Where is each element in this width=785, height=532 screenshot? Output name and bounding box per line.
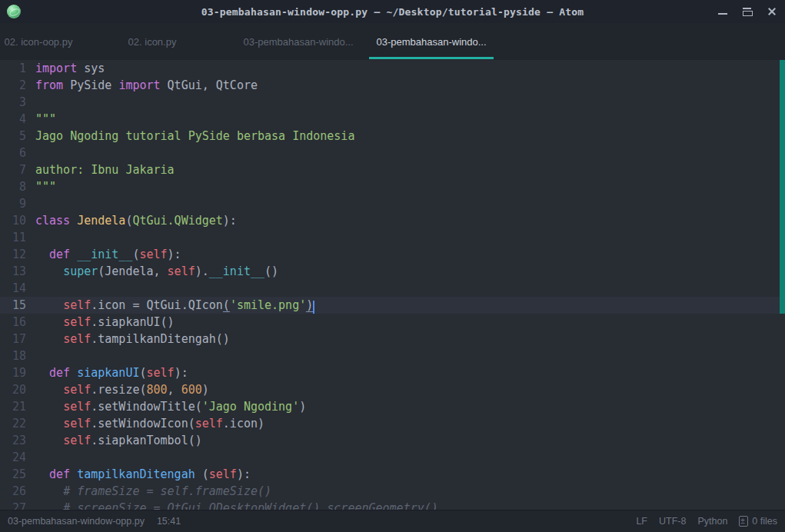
- code-line[interactable]: 9: [0, 195, 785, 212]
- line-number: 25: [0, 466, 26, 483]
- code-line[interactable]: 4""": [0, 111, 785, 128]
- tab-2[interactable]: 02. icon.py: [77, 23, 228, 60]
- tab-4[interactable]: 03-pembahasan-windo...: [369, 23, 494, 60]
- line-number: 4: [0, 111, 26, 128]
- code-line-text: # screenSize = QtGui.QDesktopWidget().sc…: [35, 500, 438, 510]
- vertical-scrollbar[interactable]: [780, 60, 785, 314]
- code-line[interactable]: 6: [0, 145, 785, 161]
- code-line[interactable]: 19 def siapkanUI(self):: [0, 364, 785, 381]
- tab-3[interactable]: 03-pembahasan-windo...: [228, 23, 369, 60]
- code-line-text: author: Ibnu Jakaria: [35, 161, 175, 178]
- code-line[interactable]: 14: [0, 280, 785, 297]
- line-number: 3: [0, 94, 26, 111]
- line-number: 6: [0, 145, 26, 161]
- code-line-text: def siapkanUI(self):: [35, 364, 188, 381]
- status-line-ending[interactable]: LF: [636, 516, 647, 527]
- code-line[interactable]: 15 self.icon = QtGui.QIcon('smile.png'): [0, 297, 785, 314]
- status-encoding[interactable]: UTF-8: [659, 516, 686, 527]
- line-number: 5: [0, 128, 26, 145]
- code-line-text: self.setWindowTitle('Jago Ngoding'): [35, 398, 306, 415]
- title-bar: 03-pembahasan-window-opp.py — ~/Desktop/…: [0, 0, 785, 23]
- tab-label: 02. icon-oop.py: [5, 36, 73, 48]
- line-number: 18: [0, 347, 26, 364]
- code-line[interactable]: 11: [0, 229, 785, 246]
- text-cursor: [313, 301, 314, 314]
- status-language[interactable]: Python: [697, 516, 727, 527]
- code-line-text: self.resize(800, 600): [35, 381, 209, 398]
- line-number: 15: [0, 297, 26, 314]
- code-line[interactable]: 20 self.resize(800, 600): [0, 381, 785, 398]
- code-line[interactable]: 7author: Ibnu Jakaria: [0, 161, 785, 178]
- code-line[interactable]: 24: [0, 449, 785, 466]
- code-line[interactable]: 16 self.siapkanUI(): [0, 314, 785, 331]
- code-line[interactable]: 5Jago Ngoding tutorial PySide berbasa In…: [0, 128, 785, 145]
- code-line[interactable]: 18: [0, 347, 785, 364]
- code-line[interactable]: 10class Jendela(QtGui.QWidget):: [0, 212, 785, 229]
- line-number: 16: [0, 314, 26, 331]
- atom-logo-icon: [7, 5, 21, 18]
- line-number: 1: [0, 60, 26, 77]
- code-line-text: """: [35, 111, 56, 128]
- code-line-text: self.tampilkanDitengah(): [35, 331, 230, 347]
- code-line-text: def tampilkanDitengah (self):: [35, 466, 251, 483]
- line-number: 26: [0, 483, 26, 500]
- line-number: 2: [0, 77, 26, 94]
- code-line[interactable]: 2from PySide import QtGui, QtCore: [0, 77, 785, 94]
- code-line[interactable]: 13 super(Jendela, self).__init__(): [0, 263, 785, 280]
- code-line-text: self.siapkanTombol(): [35, 432, 202, 449]
- close-button[interactable]: [767, 6, 777, 17]
- code-line-text: # frameSize = self.frameSize(): [35, 483, 271, 500]
- code-line[interactable]: 22 self.setWindowIcon(self.icon): [0, 415, 785, 432]
- code-line[interactable]: 1import sys: [0, 60, 785, 77]
- code-line-text: """: [35, 178, 56, 195]
- code-line[interactable]: 3: [0, 94, 785, 111]
- code-line-text: from PySide import QtGui, QtCore: [35, 77, 258, 94]
- code-line-text: super(Jendela, self).__init__(): [35, 263, 278, 280]
- status-cursor-position[interactable]: 15:41: [157, 516, 181, 527]
- code-line-text: import sys: [35, 60, 105, 77]
- code-line[interactable]: 12 def __init__(self):: [0, 246, 785, 263]
- minimize-button[interactable]: [717, 6, 728, 17]
- code-line-text: self.setWindowIcon(self.icon): [35, 415, 264, 432]
- line-number: 10: [0, 212, 26, 229]
- code-line-text: class Jendela(QtGui.QWidget):: [35, 212, 237, 229]
- line-number: 9: [0, 195, 26, 212]
- line-number: 23: [0, 432, 26, 449]
- line-number: 13: [0, 263, 26, 280]
- line-number: 8: [0, 178, 26, 195]
- line-number: 14: [0, 280, 26, 297]
- tab-label: 02. icon.py: [128, 36, 177, 48]
- code-line-text: def __init__(self):: [35, 246, 181, 263]
- line-number: 24: [0, 449, 26, 466]
- line-number: 19: [0, 364, 26, 381]
- code-line[interactable]: 21 self.setWindowTitle('Jago Ngoding'): [0, 398, 785, 415]
- restore-button[interactable]: [742, 6, 753, 17]
- line-number: 27: [0, 500, 26, 510]
- line-number: 21: [0, 398, 26, 415]
- line-number: 7: [0, 161, 26, 178]
- code-editor[interactable]: 1import sys2from PySide import QtGui, Qt…: [0, 60, 785, 510]
- window-title: 03-pembahasan-window-opp.py — ~/Desktop/…: [0, 6, 785, 18]
- tab-bar: 02. icon-oop.py02. icon.py03-pembahasan-…: [0, 23, 785, 60]
- git-status[interactable]: 0 files: [739, 516, 777, 527]
- code-line[interactable]: 25 def tampilkanDitengah (self):: [0, 466, 785, 483]
- code-line[interactable]: 27 # screenSize = QtGui.QDesktopWidget()…: [0, 500, 785, 510]
- window-controls: [717, 0, 777, 23]
- tab-label: 03-pembahasan-windo...: [376, 36, 486, 48]
- code-line-text: self.icon = QtGui.QIcon('smile.png'): [35, 297, 314, 314]
- line-number: 17: [0, 331, 26, 347]
- line-number: 20: [0, 381, 26, 398]
- tab-1[interactable]: 02. icon-oop.py: [0, 23, 77, 60]
- code-line[interactable]: 8""": [0, 178, 785, 195]
- line-number: 22: [0, 415, 26, 432]
- status-file-name: 03-pembahasan-window-opp.py: [8, 516, 145, 527]
- git-files-count: 0 files: [752, 516, 777, 527]
- code-line[interactable]: 26 # frameSize = self.frameSize(): [0, 483, 785, 500]
- code-line[interactable]: 23 self.siapkanTombol(): [0, 432, 785, 449]
- code-line-text: Jago Ngoding tutorial PySide berbasa Ind…: [35, 128, 354, 145]
- git-diff-icon: [739, 516, 748, 527]
- tab-label: 03-pembahasan-windo...: [243, 36, 353, 48]
- code-line[interactable]: 17 self.tampilkanDitengah(): [0, 331, 785, 347]
- line-number: 12: [0, 246, 26, 263]
- line-number: 11: [0, 229, 26, 246]
